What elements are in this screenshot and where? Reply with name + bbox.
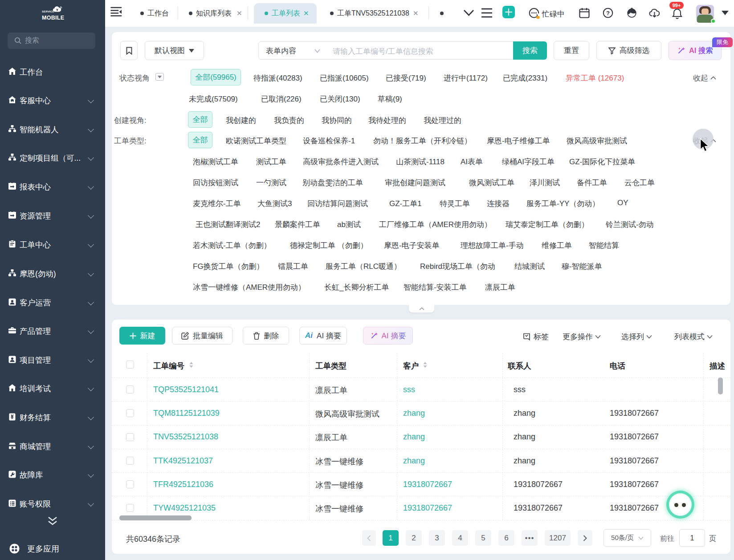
svg-text:?: ? [606,10,610,16]
